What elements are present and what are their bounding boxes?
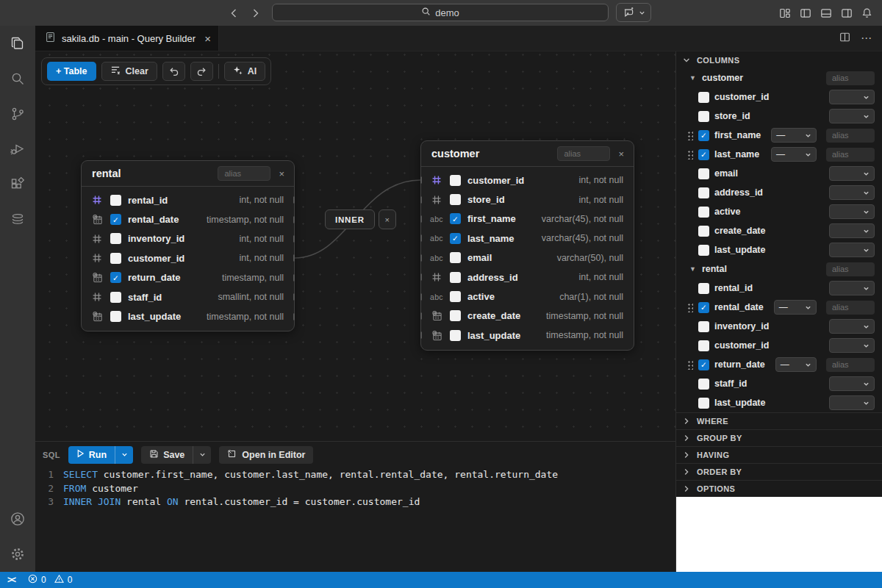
table-column-row[interactable]: customer_id int, not null <box>82 248 294 268</box>
run-debug-icon[interactable] <box>0 132 35 167</box>
sidebar-column-item[interactable]: address_id <box>676 183 882 202</box>
column-checkbox[interactable] <box>110 292 121 303</box>
triangle-down-icon[interactable]: ▼ <box>689 265 696 273</box>
back-arrow-icon[interactable] <box>228 7 240 19</box>
table-alias-input[interactable] <box>557 146 610 161</box>
table-column-row[interactable]: ✓ rental_date timestamp, not null <box>82 209 294 229</box>
add-table-button[interactable]: + Table <box>47 62 96 81</box>
query-builder-canvas[interactable]: + Table Clear AI <box>35 51 675 441</box>
sidebar-column-item[interactable]: rental_id <box>676 279 882 298</box>
copilot-menu-button[interactable] <box>616 3 651 22</box>
column-checkbox[interactable] <box>450 291 461 302</box>
sidebar-column-item[interactable]: create_date <box>676 221 882 240</box>
sidebar-column-item[interactable]: last_update <box>676 240 882 259</box>
triangle-down-icon[interactable]: ▼ <box>689 74 696 82</box>
save-button[interactable]: Save <box>141 446 193 464</box>
aggregate-select[interactable]: — <box>771 147 817 162</box>
drag-handle-icon[interactable] <box>687 360 693 370</box>
column-checkbox[interactable] <box>110 253 121 264</box>
section-group-by[interactable]: GROUP BY <box>676 429 882 446</box>
aggregate-select[interactable] <box>829 204 875 219</box>
sidebar-column-item[interactable]: customer_id <box>676 87 882 107</box>
column-checkbox[interactable] <box>110 195 121 206</box>
redo-button[interactable] <box>190 62 213 81</box>
panel-bottom-icon[interactable] <box>820 7 832 19</box>
save-dropdown-button[interactable] <box>193 446 211 464</box>
sidebar-table-group[interactable]: ▼ customer <box>676 68 882 87</box>
sidebar-column-alias-input[interactable] <box>826 301 875 315</box>
table-column-row[interactable]: abc active char(1), not null <box>421 287 634 306</box>
table-column-row[interactable]: customer_id int, not null <box>421 171 634 190</box>
aggregate-select[interactable]: — <box>775 357 817 372</box>
table-column-row[interactable]: rental_id int, not null <box>82 190 294 209</box>
section-having[interactable]: HAVING <box>676 446 882 463</box>
aggregate-select[interactable]: — <box>774 300 817 315</box>
aggregate-select[interactable]: — <box>771 128 817 143</box>
ai-button[interactable]: AI <box>224 62 266 81</box>
sidebar-column-item[interactable]: ✓ rental_date — <box>676 298 882 317</box>
sidebar-column-checkbox[interactable] <box>698 92 709 103</box>
clear-button[interactable]: Clear <box>101 62 157 81</box>
table-card[interactable]: customer × customer_id int, not null sto… <box>420 140 634 351</box>
extensions-icon[interactable] <box>0 167 35 202</box>
column-checkbox[interactable]: ✓ <box>110 272 121 283</box>
sidebar-column-alias-input[interactable] <box>826 358 875 372</box>
sidebar-column-item[interactable]: email <box>676 164 882 183</box>
column-checkbox[interactable]: ✓ <box>450 213 461 224</box>
sidebar-column-item[interactable]: ✓ last_name — <box>676 145 882 164</box>
sidebar-column-checkbox[interactable]: ✓ <box>698 130 709 141</box>
table-column-row[interactable]: ✓ return_date timestamp, null <box>82 268 294 287</box>
aggregate-select[interactable] <box>829 319 875 334</box>
source-control-icon[interactable] <box>0 96 35 132</box>
sidebar-column-item[interactable]: ✓ first_name — <box>676 126 882 145</box>
table-column-row[interactable]: last_update timestamp, not null <box>82 306 294 326</box>
column-checkbox[interactable]: ✓ <box>110 214 121 225</box>
table-column-row[interactable]: address_id int, not null <box>421 268 634 287</box>
column-checkbox[interactable] <box>110 233 121 244</box>
column-checkbox[interactable]: ✓ <box>450 233 461 244</box>
sidebar-column-checkbox[interactable] <box>698 245 709 256</box>
sidebar-column-item[interactable]: ✓ return_date — <box>676 355 882 374</box>
bell-icon[interactable] <box>861 7 873 19</box>
section-options[interactable]: OPTIONS <box>676 480 882 497</box>
sql-code[interactable]: 1 SELECT customer.first_name, customer.l… <box>35 465 675 509</box>
column-checkbox[interactable] <box>450 310 461 321</box>
sidebar-column-checkbox[interactable] <box>698 283 709 294</box>
table-card-header[interactable]: customer × <box>421 141 634 167</box>
database-icon[interactable] <box>0 202 35 237</box>
sidebar-column-checkbox[interactable]: ✓ <box>698 149 709 160</box>
explorer-icon[interactable] <box>0 26 35 61</box>
sidebar-column-checkbox[interactable]: ✓ <box>698 302 709 313</box>
panel-left-icon[interactable] <box>799 7 811 19</box>
column-checkbox[interactable] <box>450 194 461 205</box>
sidebar-column-checkbox[interactable] <box>698 379 709 390</box>
tab-close-icon[interactable]: × <box>204 33 211 44</box>
aggregate-select[interactable] <box>829 243 875 257</box>
sidebar-column-item[interactable]: active <box>676 202 882 221</box>
split-editor-icon[interactable] <box>839 32 850 46</box>
table-card-header[interactable]: rental × <box>82 161 294 187</box>
sidebar-column-alias-input[interactable] <box>826 129 875 143</box>
drag-handle-icon[interactable] <box>687 303 693 312</box>
table-column-row[interactable]: last_update timestamp, not null <box>421 326 634 345</box>
table-column-row[interactable]: create_date timestamp, not null <box>421 306 634 326</box>
aggregate-select[interactable] <box>829 223 875 238</box>
aggregate-select[interactable] <box>829 338 875 353</box>
aggregate-select[interactable] <box>829 185 875 200</box>
section-order-by[interactable]: ORDER BY <box>676 463 882 480</box>
sidebar-column-alias-input[interactable] <box>826 148 875 162</box>
run-dropdown-button[interactable] <box>115 446 133 464</box>
sidebar-table-alias-input[interactable] <box>826 262 875 276</box>
column-checkbox[interactable] <box>450 330 461 341</box>
sidebar-column-item[interactable]: staff_id <box>676 374 882 393</box>
column-checkbox[interactable] <box>450 252 461 263</box>
tab-query-builder[interactable]: sakila.db - main - Query Builder × <box>35 26 219 51</box>
sidebar-column-checkbox[interactable]: ✓ <box>698 359 709 370</box>
column-checkbox[interactable] <box>450 175 461 186</box>
section-columns[interactable]: COLUMNS <box>676 51 882 68</box>
drag-handle-icon[interactable] <box>687 131 693 140</box>
join-remove-button[interactable]: × <box>379 209 396 229</box>
sidebar-column-checkbox[interactable] <box>698 340 709 351</box>
account-icon[interactable] <box>0 501 35 537</box>
table-column-row[interactable]: inventory_id int, not null <box>82 229 294 248</box>
